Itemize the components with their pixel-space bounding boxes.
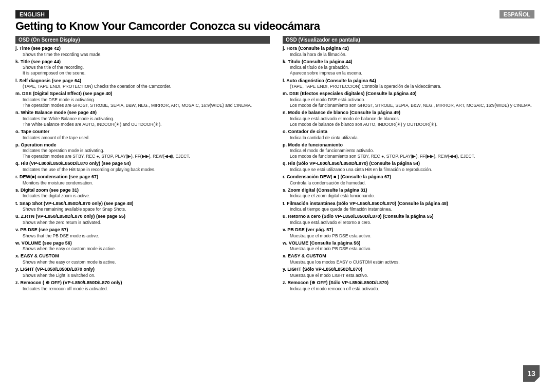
item-letter: w. [15,240,22,246]
item-label-line: l. Auto diagnóstico (Consulte la página … [283,78,540,84]
item-letter: v. [283,227,287,232]
item-label-line: n. White Balance mode (see page 49) [15,110,270,116]
item-description: Shows when the easy or custom mode is ac… [15,246,270,252]
right-list-item: l. Auto diagnóstico (Consulte la página … [283,78,540,90]
item-description: Indica la hora de la filmación. [283,52,540,58]
item-label-line: z. Remocon ( ⊕ OFF) (VP-L850/L850D/L870 … [15,280,270,286]
item-label-line: u. Retorno a cero (Sólo VP-L850/L850D/L8… [283,214,540,220]
item-letter: z. [15,280,21,285]
item-label-line: v. PB DSE (see page 57) [15,227,270,233]
left-list-item: w. VOLUME (see page 56)Shows when the ea… [15,240,270,252]
item-letter: q. [15,161,21,166]
right-list-item: o. Contador de cintaIndica la cantidad d… [283,129,540,141]
item-label-line: z. Remocon (⊕ OFF) (Sólo VP-L850/L850D/L… [283,280,540,286]
item-letter: n. [283,110,288,115]
item-letter: p. [283,142,288,147]
item-label: Modo de funcionamiento [288,142,343,147]
item-label: Remocon ( ⊕ OFF) (VP-L850/L850D/L870 onl… [21,280,122,285]
left-list-item: q. Hi8 (VP-L800/L850/L850D/L870 only) (s… [15,161,270,173]
left-list-item: k. Title (see page 44)Shows the title of… [15,59,270,77]
item-label-line: t. Snap Shot (VP-L850/L850D/L870 only) (… [15,201,270,207]
item-label: Hi8 (VP-L800/L850/L850D/L870 only) (see … [21,161,131,166]
item-label-line: y. LIGHT (Sólo VP-L850/L850D/L870) [283,267,540,273]
item-label: Digital zoom (see page 31) [21,188,79,193]
item-letter: y. [283,267,287,272]
left-list-item: p. Operation modeIndicates the operation… [15,142,270,160]
left-list-item: z. Remocon ( ⊕ OFF) (VP-L850/L850D/L870 … [15,280,270,292]
item-label: VOLUME (Consulte la página 56) [289,240,361,246]
item-description: Muestra que el modo PB DSE esta activo. [283,233,540,239]
item-label: LIGHT (Sólo VP-L850/L850D/L870) [287,267,362,272]
item-letter: o. [15,129,21,134]
item-label-line: r. Condensación DEW( ■ ) (Consulte la pá… [283,174,540,180]
item-label-line: k. Título (Consulte la página 44) [283,59,540,65]
left-list-item: y. LIGHT (VP-L850/L850D/L870 only)Shows … [15,267,270,278]
right-list-item: j. Hora (Consulte la página 42)Indica la… [283,46,540,58]
item-label-line: y. LIGHT (VP-L850/L850D/L870 only) [15,267,270,273]
item-description: (TAPE, TAPE ENDI, PROTECTION) Checks the… [15,84,270,89]
item-description: Muestra que el modo LIGHT esta activo. [283,273,540,278]
item-label: Self diagnosis (see page 64) [20,78,82,83]
item-label: Auto diagnóstico (Consulte la página 64) [286,78,376,83]
item-letter: r. [283,174,287,179]
espanol-badge: ESPAÑOL [499,10,534,18]
item-letter: y. [15,267,20,272]
item-description: Indica que el modo remocon off está acti… [283,286,540,292]
item-label-line: w. VOLUME (Consulte la página 56) [283,240,540,247]
item-description: Shows when the Light is switched on. [15,273,270,278]
right-column: OSD (Visualizador en pantalla) j. Hora (… [278,36,540,382]
item-label-line: v. PB DSE (ver pág. 57) [283,227,540,233]
left-list-item: v. PB DSE (see page 57)Shows that the PB… [15,227,270,239]
item-description: Indica el tiempo que queda de filmación … [283,207,540,212]
item-letter: k. [283,59,288,64]
right-list-item: m. DSE (Efectos especiales digitales) (C… [283,91,540,108]
item-label: Título (Consulte la página 44) [288,59,353,64]
right-list-item: z. Remocon (⊕ OFF) (Sólo VP-L850/L850D/L… [283,280,540,292]
item-label-line: m. DSE (Efectos especiales digitales) (C… [283,91,540,97]
left-list-item: x. EASY & CUSTOMShows when the easy or c… [15,253,270,265]
item-letter: k. [15,59,21,64]
item-description: Indicates the operation mode is activati… [15,148,270,159]
item-label: Hora (Consulte la página 42) [287,46,349,51]
item-letter: n. [15,110,21,115]
item-description: Indica que está activado el modo de bala… [283,116,540,127]
item-label-line: x. EASY & CUSTOM [15,253,270,259]
item-label: Remocon (⊕ OFF) (Sólo VP-L850/L850D/L870… [288,280,389,285]
item-letter: p. [15,142,21,147]
left-list-item: m. DSE (Digital Special Effect) (see pag… [15,91,270,108]
item-label-line: q. Hi8 (VP-L800/L850/L850D/L870 only) (s… [15,161,270,167]
title-spanish: Conozca su videocámara [190,20,320,33]
right-list-item: s. Zoom digital (Consulte la página 31)I… [283,188,540,199]
item-label: PB DSE (see page 57) [20,227,68,232]
item-label: Tape counter [21,129,50,134]
item-label: Z.RTN (VP-L850/L850D/L870 only) (see pag… [21,214,126,219]
item-label: EASY & CUSTOM [288,253,326,258]
right-list-item: r. Condensación DEW( ■ ) (Consulte la pá… [283,174,540,186]
item-description: Shows when the easy or custom mode is ac… [15,259,270,265]
item-description: Indicates the digital zoom is active. [15,193,270,199]
item-description: Indica la cantidad de cinta utilizada. [283,135,540,141]
item-description: Shows the title of the recording. It is … [15,65,270,76]
item-label: VOLUME (see page 56) [22,240,72,246]
item-letter: r. [15,174,20,179]
item-label: Time (see page 42) [20,46,61,51]
item-letter: o. [283,129,288,134]
item-description: Shows the remaining available space for … [15,207,270,212]
item-label: Contador de cinta [288,129,328,134]
item-label: LIGHT (VP-L850/L850D/L870 only) [20,267,95,272]
item-letter: q. [283,161,288,166]
item-description: Indicates the remocon off mode is activa… [15,286,270,292]
item-description: Indicates the White Balance mode is acti… [15,116,270,127]
item-description: Shows the time the recording was made. [15,52,270,58]
item-letter: t. [283,201,287,206]
item-letter: s. [283,188,288,193]
title-english: Getting to Know Your Camcorder [15,20,186,33]
item-description: Shows that the PB DSE mode is active. [15,233,270,239]
right-list-item: q. Hi8 (Sólo VP-L800/L850/L850D/L870) (C… [283,161,540,173]
left-list-item: t. Snap Shot (VP-L850/L850D/L870 only) (… [15,201,270,213]
left-items-list: j. Time (see page 42)Shows the time the … [15,46,270,292]
right-list-item: w. VOLUME (Consulte la página 56)Muestra… [283,240,540,252]
item-letter: m. [15,91,22,96]
item-label: Filmación instantánea (Sólo VP-L850/L850… [287,201,448,206]
item-label-line: n. Modo de balance de blanco (Consulte l… [283,110,540,116]
